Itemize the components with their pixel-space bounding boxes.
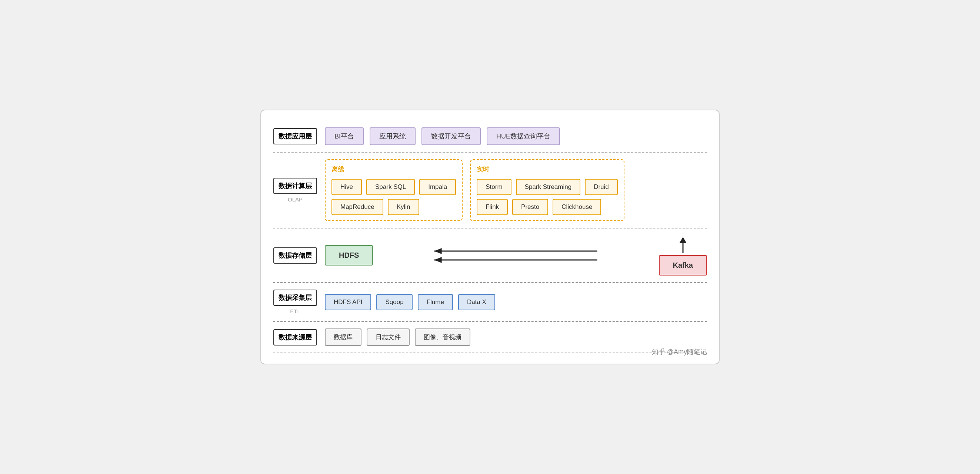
hue-platform-box: HUE数据查询平台 (487, 127, 560, 145)
offline-section: 离线 Hive Spark SQL Impala MapReduce Kylin (325, 159, 463, 221)
arrow-area (373, 241, 659, 270)
realtime-section: 实时 Storm Spark Streaming Druid Flink Pre… (470, 159, 624, 221)
svg-marker-3 (434, 257, 442, 263)
application-layer-label: 数据应用层 (273, 127, 317, 145)
source-layer-row: 数据来源层 数据库 日志文件 图像、音视频 (273, 322, 707, 353)
kafka-up-arrow (674, 235, 692, 254)
offline-row1: Hive Spark SQL Impala (331, 179, 456, 195)
application-layer-row: 数据应用层 BI平台 应用系统 数据开发平台 HUE数据查询平台 (273, 121, 707, 153)
realtime-label: 实时 (477, 165, 618, 174)
source-layer-label: 数据来源层 (273, 328, 317, 346)
clickhouse-box: Clickhouse (553, 199, 601, 215)
log-files-box: 日志文件 (367, 328, 410, 346)
flume-box: Flume (418, 294, 453, 310)
diagram-container: 数据应用层 BI平台 应用系统 数据开发平台 HUE数据查询平台 数据计算层 O… (260, 110, 720, 364)
collection-layer-label: 数据采集层 ETL (273, 289, 317, 314)
data-dev-platform-box: 数据开发平台 (422, 127, 481, 145)
compute-layer-label: 数据计算层 OLAP (273, 159, 317, 221)
storm-box: Storm (477, 179, 511, 195)
compute-sections: 离线 Hive Spark SQL Impala MapReduce Kylin… (325, 159, 707, 221)
hdfs-kafka-arrows (373, 241, 659, 270)
svg-marker-1 (434, 248, 442, 254)
source-boxes: 数据库 日志文件 图像、音视频 (325, 328, 470, 346)
compute-layer-row: 数据计算层 OLAP 离线 Hive Spark SQL Impala MapR… (273, 153, 707, 229)
realtime-row1: Storm Spark Streaming Druid (477, 179, 618, 195)
offline-label: 离线 (331, 165, 456, 174)
app-system-box: 应用系统 (370, 127, 415, 145)
bi-platform-box: BI平台 (325, 127, 364, 145)
offline-row2: MapReduce Kylin (331, 199, 456, 215)
database-box: 数据库 (325, 328, 361, 346)
impala-box: Impala (419, 179, 456, 195)
application-layer-title: 数据应用层 (273, 128, 317, 145)
application-layer-content: BI平台 应用系统 数据开发平台 HUE数据查询平台 (317, 127, 707, 145)
spark-streaming-box: Spark Streaming (516, 179, 581, 195)
source-layer-title: 数据来源层 (273, 329, 317, 345)
realtime-row2: Flink Presto Clickhouse (477, 199, 618, 215)
svg-marker-5 (679, 237, 687, 243)
presto-box: Presto (512, 199, 548, 215)
hive-box: Hive (331, 179, 362, 195)
kafka-upward-arrow-svg (674, 235, 692, 254)
compute-layer-sub: OLAP (288, 196, 302, 202)
spark-sql-box: Spark SQL (366, 179, 415, 195)
kafka-column: Kafka (659, 235, 707, 275)
source-layer-content: 数据库 日志文件 图像、音视频 (317, 328, 707, 346)
collection-layer-content: HDFS API Sqoop Flume Data X (317, 289, 707, 314)
collection-layer-title: 数据采集层 (273, 289, 317, 306)
collection-layer-sub: ETL (290, 308, 301, 314)
sqoop-box: Sqoop (376, 294, 412, 310)
compute-layer-content: 离线 Hive Spark SQL Impala MapReduce Kylin… (317, 159, 707, 221)
kafka-box: Kafka (659, 255, 707, 275)
storage-layer-row: 数据存储层 HDFS (273, 229, 707, 283)
compute-layer-title: 数据计算层 (273, 178, 317, 194)
storage-layer-content: HDFS (317, 235, 707, 275)
druid-box: Druid (585, 179, 618, 195)
collection-boxes: HDFS API Sqoop Flume Data X (325, 294, 495, 310)
application-boxes: BI平台 应用系统 数据开发平台 HUE数据查询平台 (325, 127, 560, 145)
storage-layer-title: 数据存储层 (273, 247, 317, 264)
collection-layer-row: 数据采集层 ETL HDFS API Sqoop Flume Data X (273, 283, 707, 322)
watermark: 知乎 @Amy随笔记 (652, 347, 707, 356)
hdfs-api-box: HDFS API (325, 294, 371, 310)
datax-box: Data X (458, 294, 495, 310)
flink-box: Flink (477, 199, 508, 215)
kylin-box: Kylin (388, 199, 419, 215)
mapreduce-box: MapReduce (331, 199, 383, 215)
hdfs-box: HDFS (325, 245, 373, 266)
storage-layer-label: 数据存储层 (273, 235, 317, 275)
media-box: 图像、音视频 (415, 328, 470, 346)
